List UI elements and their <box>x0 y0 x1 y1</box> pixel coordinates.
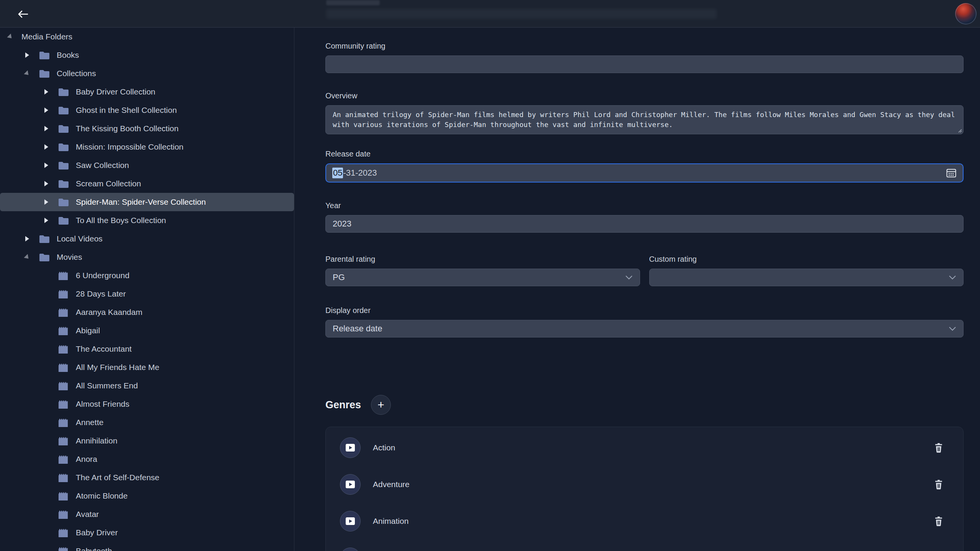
delete-genre-button[interactable] <box>934 479 943 490</box>
sidebar-item-movies[interactable]: Movies <box>0 248 294 266</box>
community-rating-input[interactable] <box>325 55 964 73</box>
custom-rating-field: Custom rating <box>649 254 964 286</box>
overview-text: An animated trilogy of Spider-Man films … <box>333 111 955 129</box>
release-date-input[interactable]: 05-31-2023 <box>325 163 964 183</box>
window-body: Media Folders Books Collections <box>0 28 980 551</box>
sidebar-item-local-videos[interactable]: Local Videos <box>0 230 294 248</box>
sidebar-item-label: Movies <box>57 253 82 262</box>
sidebar-item-annihilation[interactable]: Annihilation <box>0 432 294 450</box>
sidebar-item-label: The Kissing Booth Collection <box>76 124 178 133</box>
video-icon <box>345 516 356 526</box>
expand-caret-icon[interactable] <box>24 70 38 77</box>
sidebar-item-aaranya-kaandam[interactable]: Aaranya Kaandam <box>0 303 294 321</box>
sidebar-item-almost-friends[interactable]: Almost Friends <box>0 395 294 413</box>
metadata-editor-app: Media Folders Books Collections <box>0 0 980 551</box>
sidebar-item-label: Avatar <box>76 510 99 519</box>
sidebar-item-abigail[interactable]: Abigail <box>0 321 294 340</box>
sidebar-item-label: Baby Driver Collection <box>76 87 155 96</box>
movie-icon <box>57 326 70 336</box>
movie-icon <box>57 473 70 483</box>
date-picker-button[interactable] <box>946 164 957 182</box>
genre-row-adventure[interactable]: Adventure <box>326 466 963 503</box>
sidebar-item-collections[interactable]: Collections <box>0 64 294 83</box>
sidebar-item-label: Local Videos <box>57 234 103 243</box>
parental-rating-label: Parental rating <box>325 254 640 264</box>
expand-caret-icon[interactable] <box>44 217 57 223</box>
trash-icon <box>934 516 943 527</box>
genre-row-animation[interactable]: Animation <box>326 503 963 540</box>
expand-caret-icon[interactable] <box>24 236 38 242</box>
genre-row-science-fiction[interactable]: Science Fiction <box>326 540 963 551</box>
sidebar-item-books[interactable]: Books <box>0 46 294 64</box>
expand-caret-icon[interactable] <box>44 107 57 113</box>
movie-icon <box>57 436 70 446</box>
folder-icon <box>57 87 70 97</box>
genre-row-action[interactable]: Action <box>326 429 963 466</box>
sidebar-item-all-summers-end[interactable]: All Summers End <box>0 377 294 395</box>
expand-caret-icon[interactable] <box>44 144 57 150</box>
sidebar-item-label: All Summers End <box>76 381 138 390</box>
resize-grip-icon[interactable] <box>957 128 962 133</box>
year-input[interactable]: 2023 <box>325 215 964 233</box>
display-order-select[interactable]: Release date <box>325 320 964 337</box>
expand-caret-icon[interactable] <box>44 181 57 187</box>
sidebar-item-ghost-in-the-shell-collection[interactable]: Ghost in the Shell Collection <box>0 101 294 119</box>
folder-icon <box>38 68 51 78</box>
sidebar-item-atomic-blonde[interactable]: Atomic Blonde <box>0 487 294 505</box>
parental-rating-select[interactable]: PG <box>325 269 640 286</box>
sidebar-item-label: To All the Boys Collection <box>76 216 166 225</box>
expand-caret-icon[interactable] <box>44 126 57 132</box>
back-button[interactable] <box>15 7 31 21</box>
edit-metadata-form: Community rating Overview An animated tr… <box>294 28 980 551</box>
sidebar-item-spider-man-spider-verse-collection[interactable]: Spider-Man: Spider-Verse Collection <box>0 193 294 211</box>
release-date-field: Release date 05-31-2023 <box>325 149 964 183</box>
sidebar-item-scream-collection[interactable]: Scream Collection <box>0 174 294 193</box>
overview-textarea[interactable]: An animated trilogy of Spider-Man films … <box>325 105 964 134</box>
expand-caret-icon[interactable] <box>44 89 57 95</box>
delete-genre-button[interactable] <box>934 443 943 453</box>
expand-caret-icon[interactable] <box>24 254 38 260</box>
expand-caret-icon[interactable] <box>44 162 57 168</box>
sidebar-item-label: 6 Underground <box>76 271 129 280</box>
sidebar-item-all-my-friends-hate-me[interactable]: All My Friends Hate Me <box>0 358 294 377</box>
add-genre-button[interactable]: + <box>371 395 391 415</box>
year-label: Year <box>325 201 964 210</box>
sidebar-item-mission-impossible-collection[interactable]: Mission: Impossible Collection <box>0 138 294 156</box>
overview-label: Overview <box>325 91 964 100</box>
date-rest-segment: -31-2023 <box>343 168 377 178</box>
sidebar-item-media-folders[interactable]: Media Folders <box>0 28 294 46</box>
sidebar-item-saw-collection[interactable]: Saw Collection <box>0 156 294 174</box>
genre-list: Action Adventure <box>325 427 964 551</box>
sidebar-item-the-kissing-booth-collection[interactable]: The Kissing Booth Collection <box>0 119 294 138</box>
expand-caret-icon[interactable] <box>8 34 21 40</box>
folder-icon <box>57 215 70 225</box>
overview-field: Overview An animated trilogy of Spider-M… <box>325 91 964 134</box>
sidebar-item-baby-driver[interactable]: Baby Driver <box>0 523 294 542</box>
sidebar-item-annette[interactable]: Annette <box>0 413 294 432</box>
sidebar-tree: Media Folders Books Collections <box>0 28 294 551</box>
movie-icon <box>57 417 70 427</box>
sidebar-item-anora[interactable]: Anora <box>0 450 294 468</box>
sidebar-item-baby-driver-collection[interactable]: Baby Driver Collection <box>0 83 294 101</box>
sidebar-item-the-art-of-self-defense[interactable]: The Art of Self-Defense <box>0 468 294 487</box>
expand-caret-icon[interactable] <box>24 52 38 58</box>
folder-icon <box>57 197 70 207</box>
delete-genre-button[interactable] <box>934 516 943 527</box>
sidebar-item-label: Annihilation <box>76 436 118 445</box>
folder-icon <box>57 179 70 189</box>
sidebar-item-6-underground[interactable]: 6 Underground <box>0 266 294 285</box>
custom-rating-select[interactable] <box>649 269 964 286</box>
sidebar-item-label: Anora <box>76 455 97 464</box>
ratings-row: Parental rating PG Custom rating <box>325 254 964 286</box>
sidebar-item-label: Saw Collection <box>76 161 129 170</box>
sidebar-item-the-accountant[interactable]: The Accountant <box>0 340 294 358</box>
release-date-label: Release date <box>325 149 964 158</box>
chevron-down-icon <box>949 275 956 280</box>
sidebar-item-babyteeth[interactable]: Babyteeth <box>0 542 294 551</box>
user-avatar[interactable] <box>955 3 977 24</box>
media-folder-sidebar: Media Folders Books Collections <box>0 28 294 551</box>
expand-caret-icon[interactable] <box>44 199 57 205</box>
sidebar-item-to-all-the-boys-collection[interactable]: To All the Boys Collection <box>0 211 294 230</box>
sidebar-item-28-days-later[interactable]: 28 Days Later <box>0 285 294 303</box>
sidebar-item-avatar[interactable]: Avatar <box>0 505 294 523</box>
